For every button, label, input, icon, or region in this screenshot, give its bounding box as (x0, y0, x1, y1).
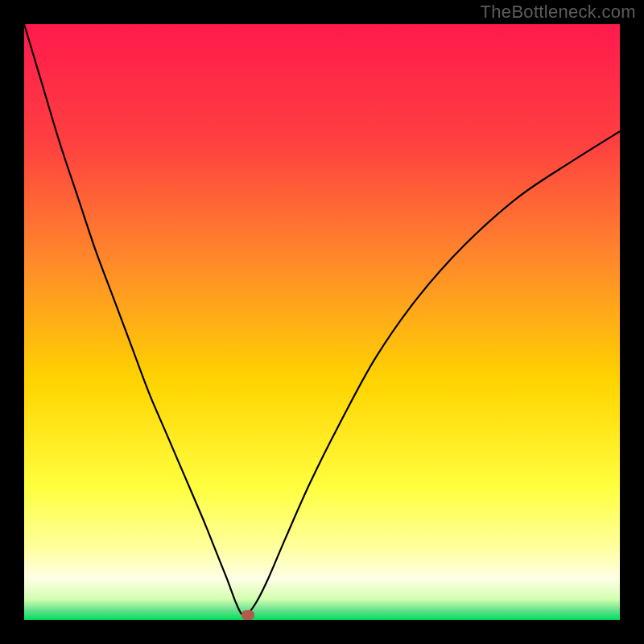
optimum-marker (242, 610, 254, 620)
chart-frame: TheBottleneck.com (0, 0, 644, 644)
chart-svg (24, 24, 620, 620)
plot-area (24, 24, 620, 620)
gradient-background (24, 24, 620, 620)
watermark-text: TheBottleneck.com (481, 2, 636, 23)
